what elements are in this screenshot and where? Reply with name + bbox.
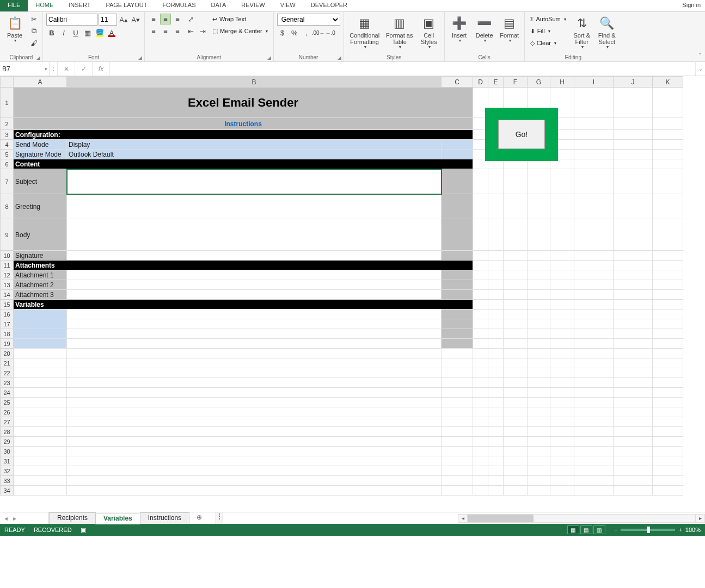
cell-E14[interactable] [488, 290, 504, 300]
cell-C16[interactable] [442, 310, 473, 319]
cell-I2[interactable] [574, 118, 614, 130]
cell-K21[interactable] [653, 358, 683, 368]
cell-B18[interactable] [67, 329, 442, 339]
comma-button[interactable]: , [301, 27, 312, 38]
cell-F25[interactable] [504, 398, 528, 407]
border-button[interactable]: ▦ [82, 27, 93, 38]
cell-G16[interactable] [528, 310, 550, 319]
cell-E15[interactable] [488, 300, 504, 310]
cell-K26[interactable] [653, 407, 683, 417]
cell-E23[interactable] [488, 378, 504, 388]
row-header-17[interactable]: 17 [1, 319, 14, 329]
col-header-A[interactable]: A [14, 77, 67, 88]
cell-E22[interactable] [488, 368, 504, 378]
cell-I7[interactable] [574, 169, 614, 194]
cell-D28[interactable] [473, 427, 488, 437]
cell-A12[interactable]: Attachment 1 [14, 270, 67, 280]
tab-split-handle[interactable]: ⋮ [216, 512, 223, 524]
cell-J9[interactable] [614, 219, 653, 251]
cell-H34[interactable] [550, 486, 574, 496]
cell-F33[interactable] [504, 476, 528, 486]
cell-C13[interactable] [442, 280, 473, 290]
decrease-decimal-button[interactable]: ←.0 [325, 27, 336, 38]
cell-H15[interactable] [550, 300, 574, 310]
cell-A23[interactable] [14, 378, 67, 388]
cell-J24[interactable] [614, 388, 653, 398]
find-select-button[interactable]: 🔍Find & Select▾ [596, 14, 618, 51]
align-middle-button[interactable]: ≡ [160, 14, 171, 24]
macro-record-icon[interactable]: ▣ [81, 527, 86, 534]
underline-button[interactable]: U [70, 27, 81, 38]
cell-B30[interactable] [67, 447, 442, 456]
cell-I17[interactable] [574, 319, 614, 329]
cell-H24[interactable] [550, 388, 574, 398]
cell-G29[interactable] [528, 437, 550, 447]
cell-B8[interactable] [67, 194, 442, 219]
cell-A11[interactable]: Attachments [14, 261, 473, 270]
cell-C14[interactable] [442, 290, 473, 300]
cell-H23[interactable] [550, 378, 574, 388]
col-header-J[interactable]: J [614, 77, 653, 88]
row-header-14[interactable]: 14 [1, 290, 14, 300]
cell-J1[interactable] [614, 88, 653, 118]
cell-F23[interactable] [504, 378, 528, 388]
cell-K14[interactable] [653, 290, 683, 300]
cell-I4[interactable] [574, 140, 614, 150]
row-header-33[interactable]: 33 [1, 476, 14, 486]
alignment-launcher-icon[interactable]: ◢ [267, 55, 271, 60]
decrease-indent-button[interactable]: ⇤ [185, 26, 196, 36]
normal-view-icon[interactable]: ▦ [567, 525, 579, 534]
cell-J25[interactable] [614, 398, 653, 407]
cell-E31[interactable] [488, 456, 504, 466]
cell-K24[interactable] [653, 388, 683, 398]
cell-A28[interactable] [14, 427, 67, 437]
cell-C28[interactable] [442, 427, 473, 437]
sign-in-link[interactable]: Sign in [682, 0, 705, 11]
cell-A34[interactable] [14, 486, 67, 496]
cell-A3[interactable]: Configuration: [14, 130, 473, 140]
cell-D13[interactable] [473, 280, 488, 290]
cell-A16[interactable] [14, 310, 67, 319]
row-header-10[interactable]: 10 [1, 251, 14, 261]
cell-E21[interactable] [488, 358, 504, 368]
cell-I27[interactable] [574, 417, 614, 427]
cell-D17[interactable] [473, 319, 488, 329]
cell-D29[interactable] [473, 437, 488, 447]
cell-I29[interactable] [574, 437, 614, 447]
cell-K13[interactable] [653, 280, 683, 290]
cell-H9[interactable] [550, 219, 574, 251]
row-header-15[interactable]: 15 [1, 300, 14, 310]
cut-button[interactable]: ✂ [28, 14, 39, 24]
row-header-27[interactable]: 27 [1, 417, 14, 427]
cell-E26[interactable] [488, 407, 504, 417]
cell-D23[interactable] [473, 378, 488, 388]
cell-G26[interactable] [528, 407, 550, 417]
cell-B24[interactable] [67, 388, 442, 398]
cell-I1[interactable] [574, 88, 614, 118]
format-cells-button[interactable]: ▤Format▾ [498, 14, 521, 45]
cell-D32[interactable] [473, 466, 488, 476]
cell-J2[interactable] [614, 118, 653, 130]
row-header-21[interactable]: 21 [1, 358, 14, 368]
cell-D25[interactable] [473, 398, 488, 407]
cell-F8[interactable] [504, 194, 528, 219]
cell-A24[interactable] [14, 388, 67, 398]
cell-F29[interactable] [504, 437, 528, 447]
fill-button[interactable]: ⬇Fill▾ [528, 26, 568, 36]
cell-F32[interactable] [504, 466, 528, 476]
cell-B5[interactable]: Outlook Default [67, 150, 442, 159]
cell-B31[interactable] [67, 456, 442, 466]
row-header-26[interactable]: 26 [1, 407, 14, 417]
percent-button[interactable]: % [289, 27, 300, 38]
cell-H31[interactable] [550, 456, 574, 466]
cell-E18[interactable] [488, 329, 504, 339]
cell-G30[interactable] [528, 447, 550, 456]
cell-E20[interactable] [488, 349, 504, 358]
cell-A7[interactable]: Subject [14, 169, 67, 194]
cell-G12[interactable] [528, 270, 550, 280]
cell-H10[interactable] [550, 251, 574, 261]
font-name-input[interactable] [46, 14, 97, 26]
cell-K31[interactable] [653, 456, 683, 466]
fill-color-button[interactable]: 🪣 [94, 27, 105, 38]
row-header-31[interactable]: 31 [1, 456, 14, 466]
